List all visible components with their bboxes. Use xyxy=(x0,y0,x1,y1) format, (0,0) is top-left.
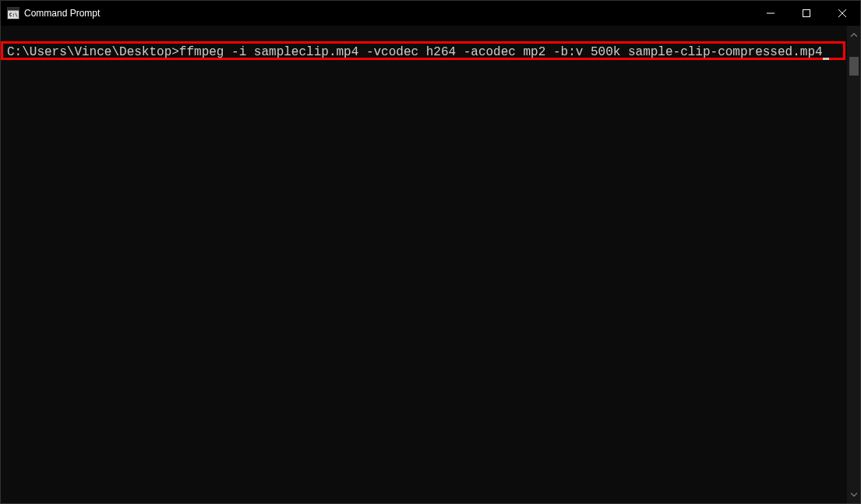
maximize-icon xyxy=(803,9,810,17)
scroll-down-arrow[interactable] xyxy=(847,488,860,501)
window-title: Command Prompt xyxy=(24,8,100,19)
command-text: ffmpeg -i sampleclip.mp4 -vcodec h264 -a… xyxy=(179,45,823,59)
maximize-button[interactable] xyxy=(789,1,824,26)
close-icon xyxy=(838,9,846,17)
svg-text:C:\: C:\ xyxy=(9,12,18,17)
minimize-button[interactable] xyxy=(753,1,789,26)
command-line: C:\Users\Vince\Desktop>ffmpeg -i samplec… xyxy=(7,45,829,59)
prompt-text: C:\Users\Vince\Desktop> xyxy=(7,45,179,59)
vertical-scrollbar[interactable] xyxy=(847,26,860,503)
close-button[interactable] xyxy=(824,1,860,26)
svg-rect-4 xyxy=(803,10,810,17)
app-icon: C:\ xyxy=(7,7,19,19)
content-area: C:\Users\Vince\Desktop>ffmpeg -i samplec… xyxy=(1,26,860,503)
window-controls xyxy=(753,1,860,26)
chevron-up-icon xyxy=(851,32,857,38)
terminal[interactable]: C:\Users\Vince\Desktop>ffmpeg -i samplec… xyxy=(1,26,847,503)
svg-rect-1 xyxy=(8,8,19,11)
scroll-thumb[interactable] xyxy=(849,57,859,76)
command-prompt-window: C:\ Command Prompt xyxy=(0,0,861,504)
chevron-down-icon xyxy=(851,492,857,498)
cursor xyxy=(823,58,829,60)
titlebar[interactable]: C:\ Command Prompt xyxy=(1,1,860,26)
minimize-icon xyxy=(767,9,775,17)
scroll-up-arrow[interactable] xyxy=(847,28,860,41)
terminal-content: C:\Users\Vince\Desktop>ffmpeg -i samplec… xyxy=(7,44,829,61)
scrollbar-track[interactable] xyxy=(847,41,860,488)
